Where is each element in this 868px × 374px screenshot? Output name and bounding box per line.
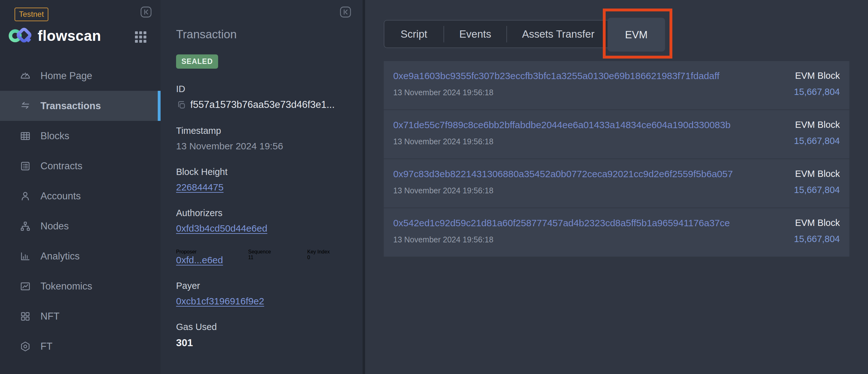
status-badge: SEALED — [176, 54, 218, 69]
gas-used-value: 301 — [176, 337, 350, 349]
tab-script[interactable]: Script — [384, 21, 443, 48]
field-label: Proposer — [176, 249, 248, 255]
table-row[interactable]: 0xe9a1603bc9355fc307b23eccfb3bfc1a3255a0… — [384, 61, 849, 110]
transaction-id: f557a1573b76aa53e73d46f3e1... — [190, 99, 335, 110]
apps-grid-button[interactable] — [135, 31, 147, 43]
row-timestamp: 13 November 2024 19:56:18 — [393, 186, 733, 195]
authorizer-link[interactable]: 0xfd3b4cd50d44e6ed — [176, 223, 268, 233]
field-label: Timestamp — [176, 125, 350, 136]
sidebar-item-nodes[interactable]: Nodes — [0, 211, 161, 241]
copy-icon — [176, 100, 186, 110]
tab-assets-transfer[interactable]: Assets Transfer — [507, 21, 610, 48]
sidebar-item-label: Analytics — [40, 251, 80, 262]
table-grid-icon — [19, 130, 32, 142]
sidebar-item-contracts[interactable]: Contracts — [0, 151, 161, 181]
evm-tx-hash-link[interactable]: 0x71de55c7f989c8ce6bb2bffabdbe2044ee6a01… — [393, 120, 731, 131]
field-label: ID — [176, 84, 350, 94]
field-label: Authorizers — [176, 208, 350, 218]
sidebar-item-home-page[interactable]: Home Page — [0, 61, 161, 91]
sidebar-item-label: Contracts — [40, 161, 83, 172]
field-block-height: Block Height 226844475 — [176, 167, 350, 193]
tab-evm[interactable]: EVM — [608, 18, 665, 52]
swap-arrows-icon — [19, 100, 32, 112]
sidebar-nav: Home Page Transactions Blocks — [0, 61, 161, 361]
copy-button[interactable] — [176, 100, 186, 110]
page-title: Transaction — [176, 28, 350, 41]
sidebar-item-label: NFT — [40, 311, 59, 322]
collapse-panel-icon — [141, 6, 152, 18]
sidebar-item-blocks[interactable]: Blocks — [0, 121, 161, 151]
sidebar-collapse-button[interactable] — [141, 6, 152, 18]
main-content: Script Events Assets Transfer EVM 0xe9a1… — [365, 0, 868, 374]
evm-block-label: EVM Block — [794, 218, 840, 228]
field-label: Gas Used — [176, 322, 350, 332]
evm-tx-hash-link[interactable]: 0xe9a1603bc9355fc307b23eccfb3bfc1a3255a0… — [393, 70, 719, 81]
sidebar-item-label: Home Page — [40, 70, 92, 82]
evm-transaction-list: 0xe9a1603bc9355fc307b23eccfb3bfc1a3255a0… — [384, 61, 849, 257]
sitemap-icon — [19, 220, 32, 233]
tab-bar: Script Events Assets Transfer EVM — [384, 20, 665, 48]
person-icon — [19, 190, 32, 202]
brand-name: flowscan — [38, 27, 101, 44]
timestamp-value: 13 November 2024 19:56 — [176, 141, 350, 151]
four-squares-icon — [19, 310, 32, 323]
evm-block-number-link[interactable]: 15,667,804 — [794, 136, 840, 146]
field-id: ID f557a1573b76aa53e73d46f3e1... — [176, 84, 350, 110]
evm-block-number-link[interactable]: 15,667,804 — [794, 234, 840, 244]
tab-events[interactable]: Events — [444, 21, 506, 48]
sidebar-item-label: Tokenomics — [40, 281, 92, 292]
field-authorizers: Authorizers 0xfd3b4cd50d44e6ed — [176, 208, 350, 234]
sidebar: Testnet flowscan — [0, 0, 161, 374]
bar-chart-icon — [19, 250, 32, 263]
line-chart-icon — [19, 280, 32, 293]
sidebar-item-transactions[interactable]: Transactions — [0, 91, 161, 121]
flowscan-logo-icon — [8, 28, 33, 44]
sidebar-item-accounts[interactable]: Accounts — [0, 181, 161, 211]
sequence-value: 11 — [248, 255, 307, 260]
document-list-icon — [19, 160, 32, 172]
evm-tx-hash-link[interactable]: 0x97c83d3eb8221431306880a35452a0b0772cec… — [393, 169, 733, 179]
sidebar-item-nft[interactable]: NFT — [0, 301, 161, 331]
collapse-panel-icon — [340, 6, 351, 18]
sidebar-item-label: Transactions — [40, 100, 101, 112]
transaction-panel: Transaction SEALED ID f557a1573b76aa53e7… — [161, 0, 365, 374]
proposer-link[interactable]: 0xfd...e6ed — [176, 255, 223, 265]
table-row[interactable]: 0x542ed1c92d59c21d81a60f258777457ad4b232… — [384, 208, 849, 257]
table-row[interactable]: 0x71de55c7f989c8ce6bb2bffabdbe2044ee6a01… — [384, 110, 849, 159]
brand[interactable]: flowscan — [8, 27, 154, 44]
evm-block-label: EVM Block — [794, 120, 840, 130]
row-timestamp: 13 November 2024 19:56:18 — [393, 235, 730, 244]
cube-icon — [19, 340, 32, 353]
panel-collapse-button[interactable] — [340, 6, 351, 18]
sidebar-item-ft[interactable]: FT — [0, 331, 161, 361]
field-payer: Payer 0xcb1cf3196916f9e2 — [176, 281, 350, 307]
row-timestamp: 13 November 2024 19:56:18 — [393, 137, 731, 146]
sidebar-item-label: Nodes — [40, 221, 69, 232]
proposer-row: Proposer 0xfd...e6ed Sequence 11 Key Ind… — [176, 249, 350, 265]
network-badge: Testnet — [14, 8, 49, 21]
table-row[interactable]: 0x97c83d3eb8221431306880a35452a0b0772cec… — [384, 159, 849, 207]
sidebar-item-analytics[interactable]: Analytics — [0, 241, 161, 271]
evm-block-number-link[interactable]: 15,667,804 — [794, 87, 840, 97]
field-timestamp: Timestamp 13 November 2024 19:56 — [176, 125, 350, 151]
payer-link[interactable]: 0xcb1cf3196916f9e2 — [176, 296, 264, 306]
sidebar-item-label: Blocks — [40, 131, 69, 142]
field-label: Key Index — [307, 249, 330, 255]
block-height-link[interactable]: 226844475 — [176, 182, 223, 192]
sidebar-item-label: Accounts — [40, 191, 81, 202]
sidebar-item-tokenomics[interactable]: Tokenomics — [0, 271, 161, 301]
sidebar-item-label: FT — [40, 341, 53, 352]
key-index-value: 0 — [307, 255, 330, 260]
evm-block-number-link[interactable]: 15,667,804 — [794, 185, 840, 195]
evm-tx-hash-link[interactable]: 0x542ed1c92d59c21d81a60f258777457ad4b232… — [393, 218, 730, 228]
field-gas-used: Gas Used 301 — [176, 322, 350, 349]
field-label: Block Height — [176, 167, 350, 177]
evm-block-label: EVM Block — [794, 169, 840, 179]
apps-grid-icon — [135, 31, 147, 43]
field-label: Payer — [176, 281, 350, 291]
field-label: Sequence — [248, 249, 307, 255]
row-timestamp: 13 November 2024 19:56:18 — [393, 88, 719, 97]
gauge-icon — [19, 69, 32, 82]
evm-block-label: EVM Block — [794, 70, 840, 81]
